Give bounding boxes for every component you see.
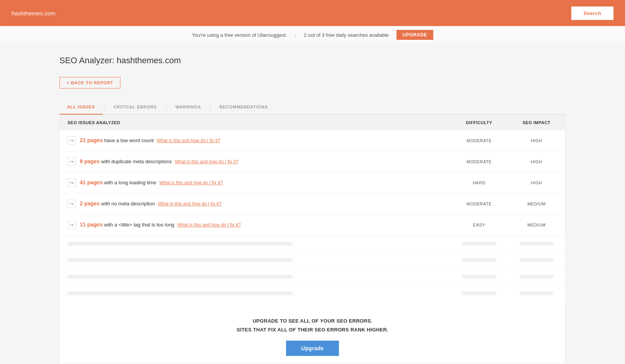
seo-impact-cell: HIGH bbox=[508, 130, 566, 151]
page-title-site: hashthemes.com bbox=[114, 56, 181, 65]
issue-highlight: 41 pages bbox=[80, 179, 103, 185]
notice-text1: You're using a free version of Ubersugge… bbox=[192, 32, 287, 38]
table-row: ↪21 pages have a low word countWhat is t… bbox=[60, 130, 566, 151]
row-expand-icon[interactable]: ↪ bbox=[67, 136, 76, 145]
table-row: ↪41 pages with a long loading timeWhat i… bbox=[60, 172, 566, 193]
blurred-row-3 bbox=[60, 269, 565, 285]
search-input[interactable] bbox=[12, 10, 571, 16]
upgrade-overlay: UPGRADE TO SEE ALL OF YOUR SEO ERRORS. S… bbox=[59, 236, 566, 364]
issue-highlight: 11 pages bbox=[80, 221, 103, 228]
row-expand-icon[interactable]: ↪ bbox=[67, 179, 76, 187]
tab-recommendations[interactable]: RECOMMENDATIONS bbox=[212, 100, 275, 115]
page-title: SEO Analyzer: hashthemes.com bbox=[59, 56, 566, 66]
issue-highlight: 9 pages bbox=[80, 158, 100, 164]
back-to-report-button[interactable]: < BACK TO REPORT bbox=[59, 77, 120, 89]
search-button[interactable]: Search bbox=[571, 7, 613, 20]
tab-divider-3: | bbox=[209, 100, 212, 114]
issue-fix-link[interactable]: What is this and how do I fix it? bbox=[158, 201, 221, 207]
issue-fix-link[interactable]: What is this and how do I fix it? bbox=[159, 180, 222, 185]
col-header-issues: SEO ISSUES ANALYZED bbox=[60, 115, 451, 131]
blur-line bbox=[67, 291, 293, 295]
searches-count: 2 out of 3 free daily searches available bbox=[304, 32, 389, 38]
difficulty-cell: MODERATE bbox=[451, 193, 508, 215]
tab-warnings[interactable]: WARNINGS bbox=[168, 100, 209, 115]
notice-divider: | bbox=[295, 32, 296, 38]
blurred-row-4 bbox=[60, 285, 565, 302]
blur-line-sm bbox=[520, 275, 553, 279]
blur-line-sm bbox=[462, 291, 496, 295]
issue-highlight: 21 pages bbox=[80, 137, 103, 143]
difficulty-cell: HARD bbox=[451, 172, 508, 193]
notice-text2: 2 out of 3 free daily searches available bbox=[304, 32, 389, 38]
seo-impact-cell: HIGH bbox=[508, 151, 566, 172]
issue-text: have a low word count bbox=[103, 138, 154, 143]
blur-line-sm bbox=[462, 258, 496, 262]
blurred-rows bbox=[60, 236, 565, 301]
issue-cell-4: ↪11 pages with a <title> tag that is too… bbox=[60, 215, 451, 236]
table-row: ↪9 pages with duplicate meta description… bbox=[60, 151, 566, 172]
seo-impact-cell: HIGH bbox=[508, 172, 566, 193]
tabs-container: ALL ISSUES | CRITICAL ERRORS | WARNINGS … bbox=[59, 100, 566, 115]
main-content: SEO Analyzer: hashthemes.com < BACK TO R… bbox=[44, 44, 581, 364]
blur-line bbox=[67, 275, 293, 279]
seo-impact-cell: MEDIUM bbox=[508, 193, 566, 215]
page-title-prefix: SEO Analyzer: bbox=[59, 56, 114, 65]
issue-text: with no meta description bbox=[100, 201, 155, 207]
blur-line-sm bbox=[462, 242, 496, 246]
table-row: ↪2 pages with no meta descriptionWhat is… bbox=[60, 193, 566, 215]
seo-impact-cell: MEDIUM bbox=[508, 215, 566, 236]
blur-line-sm bbox=[520, 258, 553, 262]
issue-cell-0: ↪21 pages have a low word countWhat is t… bbox=[60, 130, 451, 151]
row-expand-icon[interactable]: ↪ bbox=[67, 157, 76, 166]
issue-text: with a long loading time bbox=[103, 180, 156, 185]
notice-bar: You're using a free version of Ubersugge… bbox=[0, 26, 625, 44]
difficulty-cell: MODERATE bbox=[451, 151, 508, 172]
difficulty-cell: EASY bbox=[451, 215, 508, 236]
blurred-row-2 bbox=[60, 252, 565, 269]
tab-divider-1: | bbox=[103, 100, 106, 114]
row-expand-icon[interactable]: ↪ bbox=[67, 221, 76, 229]
blur-line-sm bbox=[462, 275, 496, 279]
issue-fix-link[interactable]: What is this and how do I fix it? bbox=[157, 138, 220, 143]
blur-line bbox=[67, 258, 293, 262]
upgrade-message: UPGRADE TO SEE ALL OF YOUR SEO ERRORS. S… bbox=[60, 301, 565, 364]
table-header-row: SEO ISSUES ANALYZED DIFFICULTY SEO IMPAC… bbox=[60, 115, 566, 131]
issue-text: with a <title> tag that is too long bbox=[103, 222, 174, 228]
tab-divider-2: | bbox=[164, 100, 168, 114]
tab-critical-errors[interactable]: CRITICAL ERRORS bbox=[106, 100, 164, 115]
upgrade-text: UPGRADE TO SEE ALL OF YOUR SEO ERRORS. S… bbox=[67, 316, 558, 334]
issue-cell-1: ↪9 pages with duplicate meta description… bbox=[60, 151, 451, 172]
col-header-seo-impact: SEO IMPACT bbox=[508, 115, 566, 131]
issues-table: SEO ISSUES ANALYZED DIFFICULTY SEO IMPAC… bbox=[59, 115, 566, 236]
issue-text: with duplicate meta descriptions bbox=[100, 159, 172, 164]
blur-line-sm bbox=[520, 242, 553, 246]
blur-line bbox=[67, 242, 293, 246]
upgrade-button-main[interactable]: Upgrade bbox=[286, 341, 339, 356]
issue-fix-link[interactable]: What is this and how do I fix it? bbox=[177, 222, 240, 228]
blurred-row-1 bbox=[60, 236, 565, 252]
table-row: ↪11 pages with a <title> tag that is too… bbox=[60, 215, 566, 236]
difficulty-cell: MODERATE bbox=[451, 130, 508, 151]
row-expand-icon[interactable]: ↪ bbox=[67, 200, 76, 208]
issue-highlight: 2 pages bbox=[80, 200, 100, 207]
issue-cell-2: ↪41 pages with a long loading timeWhat i… bbox=[60, 172, 451, 193]
top-bar: Search bbox=[0, 0, 625, 26]
col-header-difficulty: DIFFICULTY bbox=[451, 115, 508, 131]
blur-line-sm bbox=[520, 291, 553, 295]
issue-fix-link[interactable]: What is this and how do I fix it? bbox=[175, 159, 238, 164]
upgrade-button-sm[interactable]: UPGRADE bbox=[396, 30, 433, 40]
issue-cell-3: ↪2 pages with no meta descriptionWhat is… bbox=[60, 193, 451, 215]
tab-all-issues[interactable]: ALL ISSUES bbox=[59, 100, 103, 115]
